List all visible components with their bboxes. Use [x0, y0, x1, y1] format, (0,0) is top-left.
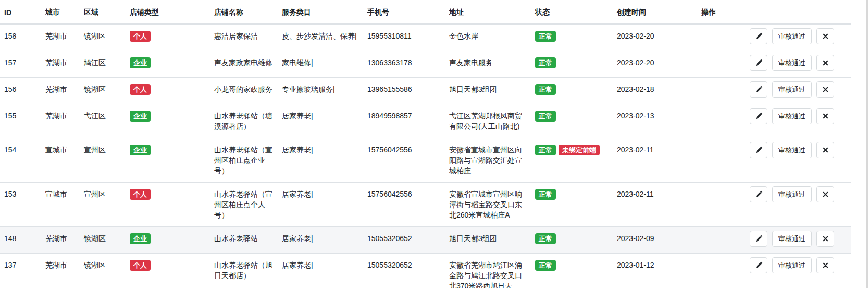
- shop-type-badge: 个人: [130, 189, 151, 200]
- cell-address: 安徽省宣城市宣州区向阳路与宣湖路交汇处宣城柏庄: [445, 138, 531, 183]
- delete-button[interactable]: [816, 231, 834, 247]
- column-header-district: 区域: [80, 0, 126, 24]
- cell-id: 148: [0, 227, 41, 254]
- cell-service-category: 家电维修|: [278, 51, 363, 78]
- delete-button[interactable]: [816, 142, 834, 158]
- edit-button[interactable]: [750, 28, 767, 44]
- cell-phone: 15055320652: [363, 254, 445, 288]
- cell-shop-type: 企业: [126, 104, 210, 138]
- cell-phone: 15955310811: [363, 24, 445, 51]
- actions-group: 审核通过: [701, 81, 847, 98]
- cell-city: 宣城市: [41, 183, 80, 227]
- page: ID城市区域店铺类型店铺名称服务类目手机号地址状态创建时间操作 158芜湖市镜湖…: [0, 0, 868, 288]
- cell-id: 153: [0, 183, 41, 227]
- delete-button[interactable]: [816, 257, 834, 273]
- cell-service-category: 居家养老|: [278, 227, 363, 254]
- cell-shop-type: 企业: [126, 51, 210, 78]
- column-header-actions: 操作: [697, 0, 851, 24]
- cell-phone: 18949598857: [363, 104, 445, 138]
- cell-district: 镜湖区: [80, 24, 126, 51]
- actions-group: 审核通过: [701, 257, 847, 273]
- delete-button[interactable]: [816, 108, 834, 124]
- cell-status: 正常: [531, 51, 613, 78]
- column-header-status: 状态: [531, 0, 613, 24]
- cell-service-category: 皮、步沙发清洁、保养|: [278, 24, 363, 51]
- actions-group: 审核通过: [701, 142, 847, 158]
- cell-service-category: 居家养老|: [278, 138, 363, 183]
- column-header-id: ID: [0, 0, 41, 24]
- cell-id: 158: [0, 24, 41, 51]
- delete-button[interactable]: [816, 55, 834, 71]
- actions-group: 审核通过: [701, 28, 847, 44]
- cell-shop-name: 山水养老驿站（塘溪源著店）: [210, 104, 278, 138]
- edit-button[interactable]: [750, 142, 767, 158]
- x-icon: [823, 87, 828, 92]
- approve-button[interactable]: 审核通过: [772, 55, 812, 71]
- approve-button[interactable]: 审核通过: [772, 28, 812, 44]
- cell-address: 安徽省芜湖市鸠江区涌金路与鸠江北路交叉口北370米路西旭日天: [445, 254, 531, 288]
- column-header-shop_type: 店铺类型: [126, 0, 210, 24]
- status-badge: 正常: [535, 111, 556, 122]
- status-badge: 正常: [535, 145, 556, 155]
- status-badge: 正常: [535, 57, 556, 68]
- edit-button[interactable]: [750, 81, 767, 98]
- approve-button[interactable]: 审核通过: [772, 81, 812, 98]
- actions-group: 审核通过: [701, 55, 847, 71]
- cell-actions: 审核通过: [697, 78, 851, 104]
- delete-button[interactable]: [816, 81, 834, 98]
- actions-group: 审核通过: [701, 108, 847, 124]
- cell-shop-type: 个人: [126, 183, 210, 227]
- x-icon: [823, 236, 828, 242]
- approve-button[interactable]: 审核通过: [772, 108, 812, 124]
- status-badge: 正常: [535, 84, 556, 95]
- cell-district: 宣州区: [80, 138, 126, 183]
- cell-status: 正常: [531, 104, 613, 138]
- table-row: 154宣城市宣州区企业山水养老驿站（宣州区柏庄点企业号）居家养老|1575604…: [0, 138, 851, 183]
- approve-button[interactable]: 审核通过: [772, 231, 812, 247]
- cell-shop-type: 个人: [126, 24, 210, 51]
- cell-created-at: 2023-02-09: [613, 227, 697, 254]
- table-row: 137芜湖市镜湖区个人山水养老驿站（旭日天都店）居家养老|15055320652…: [0, 254, 851, 288]
- edit-button[interactable]: [750, 257, 767, 273]
- status-badge: 正常: [535, 31, 556, 42]
- column-header-created_at: 创建时间: [613, 0, 697, 24]
- cell-city: 芜湖市: [41, 104, 80, 138]
- cell-actions: 审核通过: [697, 227, 851, 254]
- x-icon: [823, 113, 828, 119]
- delete-button[interactable]: [816, 28, 834, 44]
- pencil-icon: [755, 86, 763, 93]
- shop-table: ID城市区域店铺类型店铺名称服务类目手机号地址状态创建时间操作 158芜湖市镜湖…: [0, 0, 851, 288]
- delete-button[interactable]: [816, 186, 834, 202]
- column-header-city: 城市: [41, 0, 80, 24]
- status-badge: 正常: [535, 189, 556, 200]
- edit-button[interactable]: [750, 231, 767, 247]
- edit-button[interactable]: [750, 186, 767, 202]
- cell-district: 镜湖区: [80, 227, 126, 254]
- edit-button[interactable]: [750, 55, 767, 71]
- approve-button[interactable]: 审核通过: [772, 257, 812, 273]
- cell-address: 金色水岸: [445, 24, 531, 51]
- pencil-icon: [755, 59, 763, 67]
- approve-button[interactable]: 审核通过: [772, 142, 812, 158]
- cell-actions: 审核通过: [697, 183, 851, 227]
- cell-phone: 15055320652: [363, 227, 445, 254]
- cell-created-at: 2023-02-20: [613, 51, 697, 78]
- cell-city: 芜湖市: [41, 254, 80, 288]
- edit-button[interactable]: [750, 108, 767, 124]
- cell-service-category: 居家养老|: [278, 183, 363, 227]
- cell-id: 154: [0, 138, 41, 183]
- x-icon: [823, 147, 828, 153]
- shop-type-badge: 个人: [130, 260, 151, 271]
- x-icon: [823, 262, 828, 268]
- cell-status: 正常: [531, 78, 613, 104]
- table-header-row: ID城市区域店铺类型店铺名称服务类目手机号地址状态创建时间操作: [0, 0, 851, 24]
- cell-shop-type: 个人: [126, 78, 210, 104]
- cell-shop-name: 山水养老驿站: [210, 227, 278, 254]
- cell-status: 正常: [531, 227, 613, 254]
- approve-button[interactable]: 审核通过: [772, 186, 812, 202]
- cell-city: 芜湖市: [41, 78, 80, 104]
- cell-service-category: 居家养老|: [278, 254, 363, 288]
- column-header-shop_name: 店铺名称: [210, 0, 278, 24]
- cell-phone: 15756042556: [363, 183, 445, 227]
- cell-address: 声友家电服务: [445, 51, 531, 78]
